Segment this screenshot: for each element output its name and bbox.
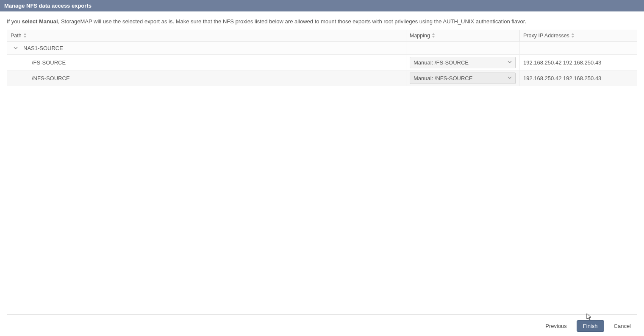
proxy-cell: 192.168.250.42 192.168.250.43 bbox=[520, 55, 637, 70]
cancel-button[interactable]: Cancel bbox=[608, 320, 637, 332]
proxy-cell: 192.168.250.42 192.168.250.43 bbox=[520, 70, 637, 86]
column-header-mapping-label: Mapping bbox=[410, 33, 430, 39]
tree-parent-mapping bbox=[406, 42, 520, 54]
column-header-path[interactable]: Path bbox=[7, 30, 406, 41]
dialog-footer: Previous Finish Cancel bbox=[532, 316, 644, 336]
mapping-value: Manual: /FS-SOURCE bbox=[414, 59, 469, 66]
sort-icon bbox=[571, 33, 575, 38]
table-row: /NFS-SOURCE Manual: /NFS-SOURCE 192.168.… bbox=[7, 70, 637, 86]
path-text: /NFS-SOURCE bbox=[32, 75, 70, 81]
column-header-mapping[interactable]: Mapping bbox=[406, 30, 520, 41]
mapping-select[interactable]: Manual: /FS-SOURCE bbox=[410, 57, 516, 68]
mapping-cell: Manual: /FS-SOURCE bbox=[406, 55, 520, 70]
table-header-row: Path Mapping Proxy IP Addresses bbox=[7, 30, 637, 42]
tree-parent-row[interactable]: NAS1-SOURCE bbox=[7, 42, 637, 55]
info-prefix: If you bbox=[7, 18, 22, 25]
path-cell: /NFS-SOURCE bbox=[7, 70, 406, 86]
path-text: /FS-SOURCE bbox=[32, 59, 66, 66]
column-header-proxy[interactable]: Proxy IP Addresses bbox=[520, 30, 637, 41]
info-bold: select Manual bbox=[22, 18, 58, 25]
mapping-value: Manual: /NFS-SOURCE bbox=[414, 75, 472, 81]
exports-table: Path Mapping Proxy IP Addresses NAS1-SO bbox=[7, 30, 637, 315]
info-text: If you select Manual, StorageMAP will us… bbox=[0, 11, 644, 30]
path-cell: /FS-SOURCE bbox=[7, 55, 406, 70]
mapping-cell: Manual: /NFS-SOURCE bbox=[406, 70, 520, 86]
sort-icon bbox=[432, 33, 435, 38]
chevron-down-icon bbox=[508, 60, 512, 65]
mapping-select[interactable]: Manual: /NFS-SOURCE bbox=[410, 73, 516, 84]
table-body: NAS1-SOURCE /FS-SOURCE Manual: /FS-SOURC… bbox=[7, 42, 637, 314]
table-row: /FS-SOURCE Manual: /FS-SOURCE 192.168.25… bbox=[7, 55, 637, 70]
dialog-header: Manage NFS data access exports bbox=[0, 0, 644, 11]
tree-parent-label: NAS1-SOURCE bbox=[23, 45, 63, 51]
tree-parent-proxy bbox=[520, 42, 637, 54]
tree-parent-cell: NAS1-SOURCE bbox=[7, 42, 406, 54]
chevron-down-icon bbox=[508, 76, 512, 81]
info-suffix: , StorageMAP will use the selected expor… bbox=[58, 18, 526, 25]
chevron-down-icon[interactable] bbox=[13, 45, 18, 50]
dialog-title: Manage NFS data access exports bbox=[4, 3, 92, 9]
proxy-text: 192.168.250.42 192.168.250.43 bbox=[523, 59, 601, 66]
finish-button[interactable]: Finish bbox=[577, 320, 604, 332]
column-header-path-label: Path bbox=[11, 33, 22, 39]
sort-icon bbox=[23, 33, 27, 38]
proxy-text: 192.168.250.42 192.168.250.43 bbox=[523, 75, 601, 81]
column-header-proxy-label: Proxy IP Addresses bbox=[523, 33, 569, 39]
previous-button[interactable]: Previous bbox=[539, 320, 573, 332]
